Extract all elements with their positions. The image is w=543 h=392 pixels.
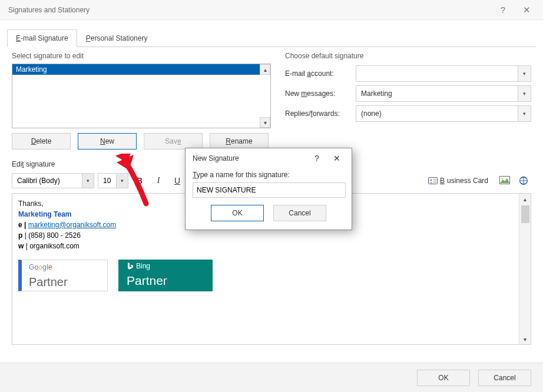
sig-text-phone: p | (858) 800 - 2526	[18, 230, 525, 241]
tab-personal-stationery[interactable]: Personal Stationery	[77, 29, 157, 47]
sig-email-link[interactable]: marketing@organiksoft.com	[28, 221, 117, 229]
save-button[interactable]: Save	[144, 133, 203, 150]
dialog-cancel-button[interactable]: Cancel	[273, 205, 326, 221]
insert-picture-icon[interactable]	[497, 173, 512, 188]
help-icon[interactable]: ?	[307, 148, 327, 168]
svg-rect-2	[433, 179, 436, 180]
replies-forwards-value: (none)	[361, 109, 382, 118]
bold-button[interactable]: B	[132, 173, 147, 188]
cancel-button[interactable]: Cancel	[478, 370, 531, 386]
replies-forwards-label: Replies/forwards:	[285, 109, 356, 118]
rename-button[interactable]: Rename	[210, 133, 269, 150]
email-account-select[interactable]: ▾	[356, 65, 531, 82]
ok-button[interactable]: OK	[417, 370, 470, 386]
chevron-down-icon: ▾	[518, 86, 531, 101]
dialog-footer: OK Cancel	[0, 363, 543, 392]
editor-scrollbar[interactable]: ▴ ▾	[519, 194, 531, 344]
svg-rect-3	[433, 181, 436, 181]
signature-name-input[interactable]	[193, 182, 346, 198]
svg-point-6	[502, 178, 504, 180]
scroll-up-icon[interactable]: ▴	[260, 64, 270, 75]
underline-button[interactable]: U	[170, 173, 185, 188]
svg-point-1	[430, 179, 432, 181]
insert-hyperlink-icon[interactable]	[516, 173, 531, 188]
scroll-thumb[interactable]	[521, 205, 529, 223]
help-icon[interactable]: ?	[491, 0, 515, 20]
google-partner-badge: Google Partner	[18, 260, 108, 291]
font-size-select[interactable]: 10 ▾	[98, 173, 128, 188]
scroll-up-icon[interactable]: ▴	[519, 194, 531, 204]
bing-partner-badge: Bing Partner	[118, 260, 213, 291]
email-account-label: E-mail account:	[285, 69, 356, 78]
chevron-down-icon: ▾	[116, 174, 128, 188]
scroll-down-icon[interactable]: ▾	[519, 334, 531, 344]
chevron-down-icon: ▾	[518, 66, 531, 81]
close-icon[interactable]: ✕	[515, 0, 538, 20]
chevron-down-icon: ▾	[518, 106, 531, 121]
replies-forwards-select[interactable]: (none) ▾	[356, 105, 531, 122]
choose-default-label: Choose default signature	[285, 52, 531, 60]
select-signature-label: Select signature to edit	[12, 52, 271, 60]
dialog-title: New Signature	[193, 154, 239, 162]
chevron-down-icon: ▾	[82, 174, 94, 188]
svg-rect-4	[433, 182, 436, 182]
signature-list-item[interactable]: Marketing	[12, 64, 270, 75]
new-messages-value: Marketing	[361, 89, 392, 98]
sig-text-web: w | organiksoft.com	[18, 241, 525, 251]
signature-list[interactable]: Marketing	[12, 64, 271, 128]
window-title: Signatures and Stationery	[8, 6, 90, 14]
new-messages-select[interactable]: Marketing ▾	[356, 85, 531, 102]
window-titlebar: Signatures and Stationery ? ✕	[0, 0, 543, 20]
delete-button[interactable]: Delete	[12, 133, 71, 150]
dialog-prompt: Type a name for this signature:	[186, 168, 352, 182]
dialog-ok-button[interactable]: OK	[211, 205, 264, 221]
font-size-value: 10	[103, 177, 111, 185]
business-card-button[interactable]: Business Card	[423, 173, 494, 188]
new-button[interactable]: New	[78, 133, 137, 150]
new-signature-dialog: New Signature ? ✕ Type a name for this s…	[185, 148, 352, 230]
tab-strip: E-mail Signature Personal Stationery	[7, 29, 536, 47]
font-value: Calibri (Body)	[17, 177, 60, 185]
new-messages-label: New messages:	[285, 89, 356, 98]
scroll-down-icon[interactable]: ▾	[260, 117, 270, 128]
italic-button[interactable]: I	[151, 173, 166, 188]
tab-email-signature[interactable]: E-mail Signature	[7, 29, 77, 47]
close-icon[interactable]: ✕	[327, 148, 347, 168]
font-select[interactable]: Calibri (Body) ▾	[12, 173, 94, 188]
